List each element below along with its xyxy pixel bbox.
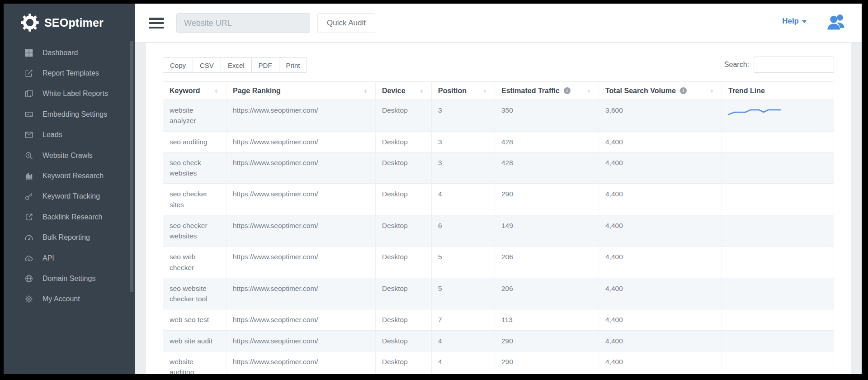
column-label: Trend Line bbox=[728, 87, 765, 95]
sidebar: SEOptimer DashboardReport TemplatesWhite… bbox=[4, 4, 135, 374]
sidebar-item-domain-settings[interactable]: Domain Settings bbox=[4, 268, 135, 289]
external-link-icon bbox=[24, 213, 33, 222]
account-users-icon[interactable] bbox=[826, 12, 846, 32]
column-label: Page Ranking bbox=[233, 87, 281, 95]
cell-position: 3 bbox=[432, 152, 495, 184]
cell-estimated-traffic: 428 bbox=[495, 152, 599, 184]
sidebar-item-label: Keyword Tracking bbox=[42, 192, 100, 200]
column-header-estimated-traffic[interactable]: Estimated Traffici bbox=[495, 82, 599, 100]
cell-page-ranking: https://www.seoptimer.com/ bbox=[226, 100, 376, 132]
sidebar-item-keyword-research[interactable]: Keyword Research bbox=[4, 166, 135, 186]
cell-page-ranking: https://www.seoptimer.com/ bbox=[226, 184, 376, 215]
search-input[interactable] bbox=[754, 57, 834, 73]
print-export-button[interactable]: Print bbox=[279, 57, 307, 73]
column-header-keyword[interactable]: Keyword bbox=[163, 82, 226, 100]
globe-icon bbox=[24, 274, 33, 283]
sidebar-scrollbar-thumb[interactable] bbox=[130, 41, 133, 292]
sidebar-item-label: Keyword Research bbox=[42, 172, 104, 180]
sort-icon[interactable] bbox=[482, 87, 488, 95]
hamburger-menu-icon[interactable] bbox=[149, 18, 165, 28]
cell-keyword: website analyzer bbox=[163, 100, 226, 132]
cell-keyword: seo checker websites bbox=[163, 215, 226, 247]
cell-position: 4 bbox=[432, 184, 495, 215]
sidebar-item-white-label-reports[interactable]: White Label Reports bbox=[4, 84, 135, 104]
cell-trend-line bbox=[722, 330, 834, 351]
cell-position: 3 bbox=[432, 131, 495, 152]
sidebar-item-api[interactable]: API bbox=[4, 248, 135, 268]
sidebar-item-keyword-tracking[interactable]: Keyword Tracking bbox=[4, 186, 135, 207]
app-logo-text: SEOptimer bbox=[44, 16, 104, 29]
cell-total-search-volume: 4,400 bbox=[599, 184, 722, 215]
sidebar-item-embedding-settings[interactable]: Embedding Settings bbox=[4, 104, 135, 124]
cell-total-search-volume: 3,600 bbox=[599, 100, 722, 132]
table-search: Search: bbox=[724, 57, 834, 73]
sidebar-menu: DashboardReport TemplatesWhite Label Rep… bbox=[4, 43, 135, 309]
cell-estimated-traffic: 206 bbox=[495, 247, 599, 278]
cell-keyword: website auditing bbox=[163, 351, 226, 374]
column-label: Estimated Traffic bbox=[501, 87, 560, 95]
cell-page-ranking: https://www.seoptimer.com/ bbox=[226, 330, 376, 351]
gear-icon bbox=[24, 294, 33, 304]
sidebar-item-backlink-research[interactable]: Backlink Research bbox=[4, 207, 135, 227]
keyword-table-container: KeywordPage RankingDevicePositionEstimat… bbox=[163, 81, 834, 374]
bar-chart-icon bbox=[24, 171, 33, 180]
csv-export-button[interactable]: CSV bbox=[193, 57, 221, 73]
sidebar-item-label: Bulk Reporting bbox=[42, 233, 90, 242]
cell-keyword: seo check websites bbox=[163, 152, 226, 184]
column-header-device[interactable]: Device bbox=[376, 82, 432, 100]
table-row: web seo testhttps://www.seoptimer.com/De… bbox=[163, 309, 834, 330]
website-url-input[interactable] bbox=[176, 13, 310, 33]
sidebar-item-label: Report Templates bbox=[42, 69, 99, 77]
sort-icon[interactable] bbox=[419, 87, 425, 95]
cell-device: Desktop bbox=[376, 309, 432, 330]
table-row: seo checker siteshttps://www.seoptimer.c… bbox=[163, 184, 834, 215]
table-row: seo auditinghttps://www.seoptimer.com/De… bbox=[163, 131, 834, 152]
cell-estimated-traffic: 428 bbox=[495, 131, 599, 152]
sidebar-item-dashboard[interactable]: Dashboard bbox=[4, 43, 135, 63]
cell-total-search-volume: 4,400 bbox=[599, 152, 722, 184]
key-icon bbox=[24, 192, 33, 201]
keyword-tracking-table: KeywordPage RankingDevicePositionEstimat… bbox=[163, 81, 834, 374]
search-plus-icon bbox=[24, 151, 33, 160]
sort-icon[interactable] bbox=[709, 87, 715, 95]
sidebar-item-bulk-reporting[interactable]: Bulk Reporting bbox=[4, 228, 135, 248]
sidebar-item-report-templates[interactable]: Report Templates bbox=[4, 63, 135, 83]
sort-icon[interactable] bbox=[363, 87, 369, 95]
cell-total-search-volume: 4,400 bbox=[599, 278, 722, 309]
help-dropdown[interactable]: Help bbox=[782, 17, 807, 26]
table-header-row: KeywordPage RankingDevicePositionEstimat… bbox=[163, 82, 834, 100]
cell-position: 4 bbox=[432, 330, 495, 351]
pdf-export-button[interactable]: PDF bbox=[252, 57, 279, 73]
sidebar-item-label: Domain Settings bbox=[42, 275, 95, 283]
sort-icon[interactable] bbox=[586, 87, 592, 95]
edit-icon bbox=[24, 69, 33, 78]
excel-export-button[interactable]: Excel bbox=[221, 57, 252, 73]
column-header-trend-line: Trend Line bbox=[722, 82, 834, 100]
sidebar-item-website-crawls[interactable]: Website Crawls bbox=[4, 145, 135, 166]
sort-icon[interactable] bbox=[214, 87, 220, 95]
column-header-total-search-volume[interactable]: Total Search Volumei bbox=[599, 82, 722, 100]
cell-total-search-volume: 4,400 bbox=[599, 215, 722, 247]
cell-trend-line bbox=[722, 152, 834, 184]
copy-export-button[interactable]: Copy bbox=[163, 57, 193, 73]
column-header-position[interactable]: Position bbox=[432, 82, 495, 100]
cell-trend-line bbox=[722, 131, 834, 152]
column-header-page-ranking[interactable]: Page Ranking bbox=[226, 82, 376, 100]
cell-page-ranking: https://www.seoptimer.com/ bbox=[226, 351, 376, 374]
table-row: website analyzerhttps://www.seoptimer.co… bbox=[163, 100, 834, 132]
cell-total-search-volume: 4,400 bbox=[599, 131, 722, 152]
cell-estimated-traffic: 350 bbox=[495, 100, 599, 132]
sidebar-item-leads[interactable]: Leads bbox=[4, 125, 135, 145]
sidebar-item-my-account[interactable]: My Account bbox=[4, 289, 135, 309]
cell-device: Desktop bbox=[376, 152, 432, 184]
sidebar-item-label: Embedding Settings bbox=[42, 110, 107, 119]
export-button-group: CopyCSVExcelPDFPrint bbox=[163, 57, 307, 73]
sidebar-item-label: Backlink Research bbox=[42, 213, 103, 221]
cell-estimated-traffic: 206 bbox=[495, 278, 599, 309]
info-icon[interactable]: i bbox=[680, 87, 687, 94]
quick-audit-button[interactable]: Quick Audit bbox=[317, 13, 375, 33]
cell-device: Desktop bbox=[376, 184, 432, 215]
cell-position: 4 bbox=[432, 351, 495, 374]
table-row: website auditinghttps://www.seoptimer.co… bbox=[163, 351, 834, 374]
info-icon[interactable]: i bbox=[564, 87, 571, 94]
